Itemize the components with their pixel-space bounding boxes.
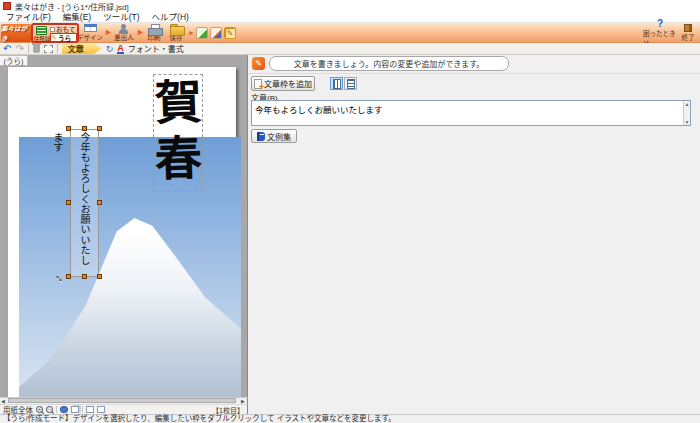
selection-handle[interactable] [66, 126, 71, 131]
back-label: うら [58, 33, 71, 43]
quit-button[interactable]: 終了 [679, 24, 697, 42]
mountain-shape [19, 208, 241, 402]
side-select-group: 住所録 おもて ✎ うら [31, 23, 79, 43]
add-frame-label: 文章枠を追加 [264, 78, 312, 89]
question-icon: ? [657, 19, 663, 28]
save-button[interactable]: 保存 [166, 24, 186, 42]
phrase-book-button[interactable]: 文例集 [251, 129, 297, 143]
canvas-toolbar: 用紙全体 + − 【1枚目】 [0, 404, 248, 414]
add-frame-icon [254, 79, 262, 89]
vertical-text-icon [333, 79, 341, 89]
vertical-text-toggle[interactable] [330, 77, 343, 90]
guide-bubble: 文章を書きましょう。内容の変更や追加ができます。 [269, 56, 509, 71]
selection-handle[interactable] [82, 274, 87, 279]
guide-mascot-icon: ✎ [252, 57, 265, 70]
refresh-icon[interactable]: ↻ [106, 44, 114, 54]
trash-icon[interactable] [33, 45, 40, 53]
phrase-book-label: 文例集 [267, 131, 291, 142]
window-title: 楽々はがき - [うら1*/住所録.jsd] [15, 1, 129, 12]
sender-button[interactable]: 差出人 [112, 24, 136, 42]
horizontal-text-icon [347, 79, 355, 89]
copy-page-icon[interactable] [71, 406, 79, 413]
message-text-frame[interactable]: 今年もよろしくお願いいたします [70, 129, 99, 277]
status-bar: 【うら/作成モード】デザインを選択したり、編集したい枠をダブルクリックして イラ… [0, 414, 700, 423]
selection-handle[interactable] [97, 126, 102, 131]
book-icon [257, 132, 265, 141]
person-icon [118, 24, 130, 32]
address-book-icon[interactable] [36, 26, 47, 35]
menu-bar: ファイル(F) 編集(E) ツール(T) ヘルプ(H) [0, 12, 700, 23]
menu-help[interactable]: ヘルプ(H) [146, 12, 195, 22]
exit-door-icon [684, 24, 692, 32]
back-side-option[interactable]: ✎ うら [50, 33, 77, 42]
front-checkbox-icon [50, 27, 55, 32]
pencil-icon: ✎ [51, 35, 57, 41]
selection-handle[interactable] [66, 200, 71, 205]
fuji-photo [19, 137, 241, 423]
app-icon [3, 2, 11, 10]
greeting-char: 賀 [154, 74, 203, 132]
selection-handle[interactable] [97, 274, 102, 279]
page-indicator: 【1枚目】 [212, 405, 244, 415]
horizontal-text-toggle[interactable] [344, 77, 357, 90]
design-label: デザイン [77, 32, 103, 42]
message-vertical-text: 今年もよろしくお願いいたします [71, 132, 98, 276]
select-frame-icon[interactable] [44, 45, 53, 53]
edit-toolbar: ↶ ↷ 文章 ↻ A フォント・書式 [0, 43, 700, 55]
app-logo: 楽々はがき [1, 24, 31, 42]
font-a-icon: A [117, 44, 124, 54]
design-button[interactable]: デザイン [76, 24, 104, 42]
greeting-char: 春 [154, 130, 203, 188]
design-icon [84, 24, 97, 32]
greeting-text-frame[interactable]: 賀 春 [153, 74, 203, 192]
selection-handle[interactable] [97, 200, 102, 205]
scrollbar-thumb[interactable] [8, 398, 236, 403]
textarea-scrollbar[interactable]: ▲ ▼ [683, 101, 690, 125]
separator [28, 44, 29, 53]
view-globe-icon[interactable] [60, 406, 68, 413]
message-textarea[interactable]: 今年もよろしくお願いいたします [251, 100, 691, 126]
printer-icon [148, 24, 161, 32]
zoom-in-icon[interactable]: + [36, 406, 43, 413]
undo-icon[interactable]: ↶ [3, 44, 11, 54]
tab-font-format[interactable]: フォント・書式 [128, 43, 184, 54]
menu-file[interactable]: ファイル(F) [0, 12, 57, 22]
separator [56, 406, 57, 413]
print-button[interactable]: 印刷 [144, 24, 164, 42]
redo-icon[interactable]: ↷ [15, 44, 23, 54]
quit-label: 終了 [682, 32, 695, 42]
add-text-frame-button[interactable]: 文章枠を追加 [251, 76, 315, 91]
folder-icon [170, 24, 183, 32]
tool-edit-button[interactable]: ✎ [224, 27, 236, 39]
flow-arrow-icon: ► [188, 28, 195, 37]
scroll-up-icon[interactable]: ▲ [685, 101, 690, 107]
selection-handle[interactable] [82, 126, 87, 131]
side-tab-label: (うら) [0, 55, 28, 66]
page-doc2-icon[interactable] [97, 406, 105, 413]
page-doc-icon[interactable] [86, 406, 94, 413]
scroll-down-icon[interactable]: ▼ [685, 119, 690, 125]
separator [57, 44, 58, 53]
separator [82, 406, 83, 413]
zoom-out-icon[interactable]: − [46, 406, 53, 413]
tool-pages-button[interactable] [196, 27, 208, 39]
menu-tools[interactable]: ツール(T) [97, 12, 145, 22]
main-toolbar: 楽々はがき 住所録 おもて ✎ うら デザイン ► 差出人 ► 印刷 [0, 23, 700, 43]
tool-copy-button[interactable] [210, 27, 222, 39]
tab-text[interactable]: 文章 [62, 43, 102, 54]
panel-divider [248, 73, 700, 74]
app-window: 楽々はがき - [うら1*/住所録.jsd] ファイル(F) 編集(E) ツール… [0, 0, 700, 423]
menu-edit[interactable]: 編集(E) [57, 12, 97, 22]
help-button[interactable]: ? 困ったときは [643, 24, 677, 42]
title-bar: 楽々はがき - [うら1*/住所録.jsd] [0, 0, 700, 12]
